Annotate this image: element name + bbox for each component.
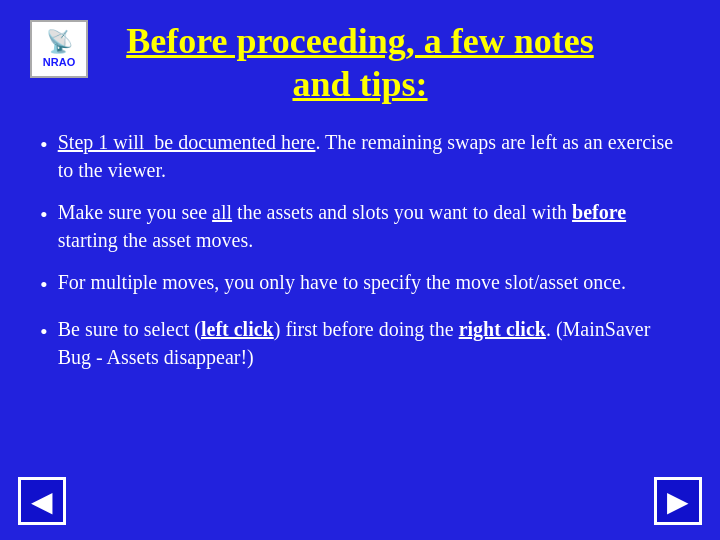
content-area: • Step 1 will be documented here. The re…	[40, 128, 680, 371]
slide: 📡 NRAO Before proceeding, a few notes an…	[0, 0, 720, 540]
prev-button[interactable]: ◀	[18, 477, 66, 525]
list-item: • Make sure you see all the assets and s…	[40, 198, 680, 254]
bullet-4-part2: left click	[201, 318, 274, 340]
left-arrow-icon: ◀	[31, 485, 53, 518]
list-item: • Be sure to select (left click) first b…	[40, 315, 680, 371]
bullet-4-part1: Be sure to select (	[58, 318, 201, 340]
bullet-4-part3: ) first before doing the	[274, 318, 459, 340]
right-arrow-icon: ▶	[667, 485, 689, 518]
logo-antenna-icon: 📡	[46, 31, 73, 53]
bullet-list: • Step 1 will be documented here. The re…	[40, 128, 680, 371]
logo-text: NRAO	[43, 57, 75, 68]
slide-title: Before proceeding, a few notes and tips:	[30, 20, 690, 106]
bullet-3-part1: For multiple moves, you only have to spe…	[58, 271, 626, 293]
bullet-icon: •	[40, 270, 48, 301]
logo: 📡 NRAO	[30, 20, 88, 78]
bullet-2-part1: Make sure you see	[58, 201, 212, 223]
title-line1: Before proceeding, a few notes	[126, 21, 594, 61]
title-block: Before proceeding, a few notes and tips:	[30, 20, 690, 106]
bullet-2-part2: all	[212, 201, 232, 223]
list-item: • Step 1 will be documented here. The re…	[40, 128, 680, 184]
bullet-text-4: Be sure to select (left click) first bef…	[58, 315, 680, 371]
bullet-icon: •	[40, 317, 48, 348]
bullet-2-part4: before	[572, 201, 626, 223]
bullet-text-3: For multiple moves, you only have to spe…	[58, 268, 680, 296]
header: 📡 NRAO Before proceeding, a few notes an…	[30, 20, 690, 106]
bullet-2-part3: the assets and slots you want to deal wi…	[232, 201, 572, 223]
bullet-2-part5: starting the asset moves.	[58, 229, 254, 251]
bullet-1-part1: Step 1 will be documented here	[58, 131, 316, 153]
title-line2: and tips:	[292, 64, 427, 104]
bullet-text-1: Step 1 will be documented here. The rema…	[58, 128, 680, 184]
bullet-icon: •	[40, 130, 48, 161]
bullet-4-part4: right click	[459, 318, 546, 340]
next-button[interactable]: ▶	[654, 477, 702, 525]
list-item: • For multiple moves, you only have to s…	[40, 268, 680, 301]
bullet-text-2: Make sure you see all the assets and slo…	[58, 198, 680, 254]
bullet-icon: •	[40, 200, 48, 231]
